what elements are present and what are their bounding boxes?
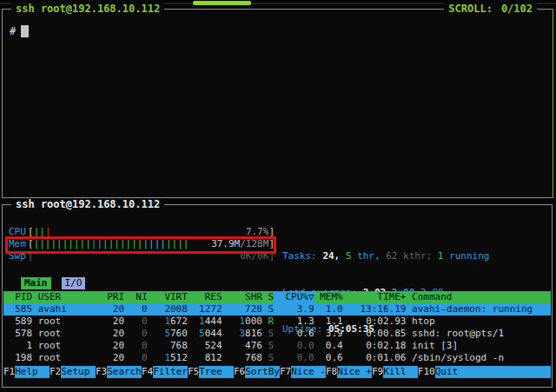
cell-cpu: 0.0 <box>274 340 314 352</box>
desktop: { "palette": { "accent_green": "#8fc832"… <box>0 0 556 392</box>
cell-pid: 1 <box>3 340 32 352</box>
col-time[interactable]: TIME+ <box>343 291 407 303</box>
col-ni[interactable]: NI <box>124 291 147 303</box>
cell-ni: 0 <box>124 303 147 316</box>
fkey-search-button[interactable]: Search <box>107 366 142 378</box>
cell-pri: 20 <box>96 316 124 328</box>
cell-state: S <box>262 303 274 316</box>
swap-meter-label: Swp <box>9 250 28 262</box>
fkey-label: F1 <box>3 366 15 378</box>
fkey-quit-button[interactable]: Quit <box>435 366 551 378</box>
cell-user: root <box>32 316 96 328</box>
tab-io[interactable]: I/O <box>62 277 86 289</box>
fkey-label: F5 <box>188 366 199 378</box>
cell-time: 0:00.85 <box>343 328 407 340</box>
running-label: running <box>449 250 489 262</box>
table-row[interactable]: 1 root 20 0 768 524 476 S 0.0 0.4 0:02.1… <box>3 340 551 352</box>
fkey-label: F2 <box>50 366 61 378</box>
shell-prompt-line[interactable]: # <box>10 25 29 37</box>
cell-pri: 20 <box>96 303 124 316</box>
cell-state: S <box>262 352 274 364</box>
cell-shr: 1000 <box>222 316 262 328</box>
cell-shr: 476 <box>222 340 262 352</box>
cell-ni: 0 <box>124 340 147 352</box>
cell-pid: 589 <box>3 316 32 328</box>
cell-command: htop <box>406 316 551 328</box>
cell-pid: 578 <box>3 328 32 340</box>
table-row[interactable]: 578 root 20 0 5760 5044 3816 S 0.6 3.9 0… <box>3 328 551 340</box>
scroll-label: SCROLL: <box>448 3 493 15</box>
cell-cpu: 0.6 <box>274 328 314 340</box>
cell-command: sshd: root@pts/1 <box>406 328 551 340</box>
cell-virt: 1512 <box>148 352 188 364</box>
fkey-sortby-button[interactable]: SortBy <box>245 366 280 378</box>
text-cursor <box>21 25 29 37</box>
cell-state: R <box>262 316 274 328</box>
terminal-pane-shell[interactable]: ssh root@192.168.10.112 SCROLL:0/102 # <box>2 9 553 198</box>
col-res[interactable]: RES <box>188 291 222 303</box>
cell-mem: 1.0 <box>314 303 343 316</box>
cell-virt: 1672 <box>148 316 188 328</box>
pane-title: ssh root@192.168.10.112 <box>11 198 164 210</box>
tasks-count: 24, <box>322 250 340 262</box>
col-shr[interactable]: SHR <box>222 291 262 303</box>
cell-cpu: 3.9 <box>274 303 314 316</box>
fkey-label: F7 <box>280 366 291 378</box>
cell-time: 0:02.93 <box>343 316 407 328</box>
fkey-label: F4 <box>142 366 153 378</box>
fkey-nice-minus-button[interactable]: Nice - <box>291 366 326 378</box>
fkey-filter-button[interactable]: Filter <box>153 366 188 378</box>
cell-res: 5044 <box>188 328 222 340</box>
cell-pri: 20 <box>96 328 124 340</box>
table-header: PID USER PRI NI VIRT RES SHR S CPU%▽ MEM… <box>3 291 551 303</box>
col-user[interactable]: USER <box>32 291 96 303</box>
kthread-count: 62 kthr; <box>386 250 432 262</box>
col-pid[interactable]: PID <box>3 291 32 303</box>
fkey-tree-button[interactable]: Tree <box>199 366 234 378</box>
table-row[interactable]: 198 root 20 0 1512 812 768 S 0.0 0.6 0:0… <box>3 352 551 364</box>
cell-time: 0:01.06 <box>343 352 407 364</box>
fkey-label: F3 <box>96 366 107 378</box>
cell-ni: 0 <box>124 316 147 328</box>
cpu-meter-label: CPU <box>9 226 28 238</box>
fkey-label: F9 <box>372 366 383 378</box>
cell-cpu: 0.0 <box>274 352 314 364</box>
swap-meter-value: 0K/0K <box>240 250 268 262</box>
cell-res: 1444 <box>188 316 222 328</box>
video-progress-bar <box>193 1 251 5</box>
mem-meter-bars: ||||||||||||||||||||||||||| <box>34 238 212 250</box>
col-virt[interactable]: VIRT <box>148 291 188 303</box>
fkey-label: F8 <box>326 366 337 378</box>
cell-command: /sbin/syslogd -n <box>406 352 551 364</box>
cell-shr: 728 <box>222 303 262 316</box>
cell-mem: 1.1 <box>314 316 343 328</box>
bracket: ] <box>268 250 275 262</box>
cell-state: S <box>262 340 274 352</box>
col-command[interactable]: Command <box>406 291 551 303</box>
cell-pri: 20 <box>96 340 124 352</box>
col-mem[interactable]: MEM% <box>314 291 343 303</box>
table-row[interactable]: 589 root 20 0 1672 1444 1000 R 1.3 1.1 0… <box>3 316 551 328</box>
col-state[interactable]: S <box>262 291 274 303</box>
cell-pri: 20 <box>96 352 124 364</box>
mem-meter-total: /128M <box>240 238 268 250</box>
terminal-pane-htop[interactable]: ssh root@192.168.10.112 CPU[|||7.7%] Mem… <box>2 204 553 388</box>
bracket: [ <box>28 238 34 250</box>
cell-shr: 3816 <box>222 328 262 340</box>
fkey-setup-button[interactable]: Setup <box>61 366 96 378</box>
cell-virt: 5760 <box>148 328 188 340</box>
thread-count: 5 <box>346 250 352 262</box>
fkey-label: F10 <box>418 366 435 378</box>
col-cpu-sorted[interactable]: CPU%▽ <box>274 291 314 303</box>
cell-mem: 3.9 <box>314 328 343 340</box>
bracket: ] <box>268 238 275 250</box>
cell-ni: 0 <box>124 352 147 364</box>
fkey-kill-button[interactable]: Kill <box>383 366 418 378</box>
tab-main[interactable]: Main <box>21 277 51 289</box>
cell-virt: 768 <box>148 340 188 352</box>
col-pri[interactable]: PRI <box>96 291 124 303</box>
table-row-selected[interactable]: 585 avahi 20 0 2008 1272 728 S 3.9 1.0 1… <box>3 303 551 316</box>
fkey-help-button[interactable]: Help <box>15 366 50 378</box>
fkey-nice-plus-button[interactable]: Nice + <box>337 366 372 378</box>
cell-mem: 0.6 <box>314 352 343 364</box>
